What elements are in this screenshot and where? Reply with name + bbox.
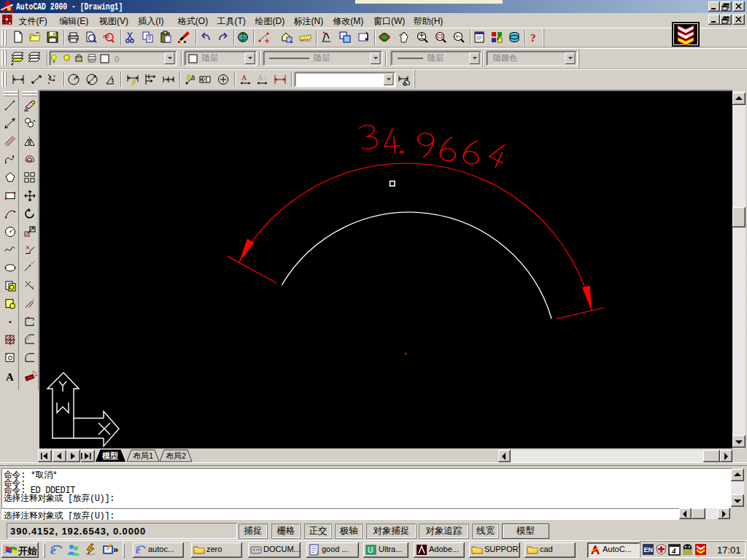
svg-text:A: A [262, 74, 267, 81]
svg-text:?: ? [530, 32, 536, 44]
svg-text:EN: EN [644, 546, 654, 553]
svg-text:A: A [6, 371, 14, 383]
svg-text:布局1: 布局1 [133, 451, 153, 460]
svg-text:随层: 随层 [202, 53, 218, 62]
svg-text:模型: 模型 [101, 451, 118, 460]
svg-text:随颜色: 随颜色 [493, 53, 517, 62]
svg-text:A: A [241, 74, 247, 82]
svg-text:4: 4 [671, 546, 676, 555]
svg-text:x: x [53, 74, 55, 78]
svg-text:U: U [368, 546, 373, 554]
svg-text:e: e [50, 543, 56, 556]
svg-text:y: y [48, 76, 50, 80]
svg-text:A: A [191, 74, 196, 80]
svg-text:随层: 随层 [427, 53, 444, 62]
svg-text:随层: 随层 [314, 53, 330, 62]
svg-text:布局2: 布局2 [166, 451, 186, 460]
svg-text:0: 0 [115, 55, 119, 63]
